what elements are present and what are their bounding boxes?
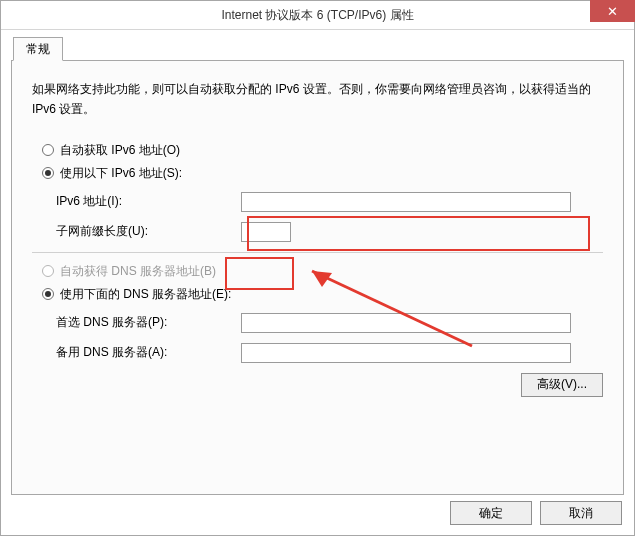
label-prefix-length: 子网前缀长度(U): <box>56 223 241 240</box>
cancel-button[interactable]: 取消 <box>540 501 622 525</box>
tab-host: 常规 如果网络支持此功能，则可以自动获取分配的 IPv6 设置。否则，你需要向网… <box>11 38 624 495</box>
ok-button[interactable]: 确定 <box>450 501 532 525</box>
input-dns-primary[interactable] <box>241 313 571 333</box>
advanced-button[interactable]: 高级(V)... <box>521 373 603 397</box>
row-ipv6-address: IPv6 地址(I): <box>56 192 603 212</box>
tab-general[interactable]: 常规 <box>13 37 63 61</box>
input-prefix-length[interactable] <box>241 222 291 242</box>
radio-manual-ip-dot[interactable] <box>42 167 54 179</box>
client-area: 常规 如果网络支持此功能，则可以自动获取分配的 IPv6 设置。否则，你需要向网… <box>1 30 634 535</box>
tab-panel-general: 如果网络支持此功能，则可以自动获取分配的 IPv6 设置。否则，你需要向网络管理… <box>11 60 624 495</box>
svg-line-0 <box>312 271 472 346</box>
row-prefix-length: 子网前缀长度(U): <box>56 222 603 242</box>
close-button[interactable]: ✕ <box>590 0 635 22</box>
radio-auto-dns-dot <box>42 265 54 277</box>
advanced-row: 高级(V)... <box>32 373 603 397</box>
radio-auto-ip[interactable]: 自动获取 IPv6 地址(O) <box>42 142 603 159</box>
radio-manual-dns-dot[interactable] <box>42 288 54 300</box>
radio-auto-ip-dot[interactable] <box>42 144 54 156</box>
properties-window: Internet 协议版本 6 (TCP/IPv6) 属性 ✕ 常规 如果网络支… <box>0 0 635 536</box>
radio-auto-dns-label: 自动获得 DNS 服务器地址(B) <box>60 263 216 280</box>
titlebar: Internet 协议版本 6 (TCP/IPv6) 属性 ✕ <box>1 1 634 30</box>
radio-manual-dns-label: 使用下面的 DNS 服务器地址(E): <box>60 286 231 303</box>
label-ipv6-address: IPv6 地址(I): <box>56 193 241 210</box>
divider <box>32 252 603 253</box>
input-ipv6-address[interactable] <box>241 192 571 212</box>
label-dns-primary: 首选 DNS 服务器(P): <box>56 314 241 331</box>
radio-manual-dns[interactable]: 使用下面的 DNS 服务器地址(E): <box>42 286 603 303</box>
input-dns-alternate[interactable] <box>241 343 571 363</box>
window-title: Internet 协议版本 6 (TCP/IPv6) 属性 <box>221 7 413 24</box>
row-dns-alternate: 备用 DNS 服务器(A): <box>56 343 603 363</box>
radio-auto-ip-label: 自动获取 IPv6 地址(O) <box>60 142 180 159</box>
row-dns-primary: 首选 DNS 服务器(P): <box>56 313 603 333</box>
radio-manual-ip-label: 使用以下 IPv6 地址(S): <box>60 165 182 182</box>
radio-manual-ip[interactable]: 使用以下 IPv6 地址(S): <box>42 165 603 182</box>
dialog-buttons: 确定 取消 <box>11 495 624 525</box>
tab-strip: 常规 <box>11 38 624 60</box>
close-icon: ✕ <box>607 4 618 19</box>
radio-auto-dns: 自动获得 DNS 服务器地址(B) <box>42 263 603 280</box>
intro-text: 如果网络支持此功能，则可以自动获取分配的 IPv6 设置。否则，你需要向网络管理… <box>32 79 603 120</box>
label-dns-alternate: 备用 DNS 服务器(A): <box>56 344 241 361</box>
